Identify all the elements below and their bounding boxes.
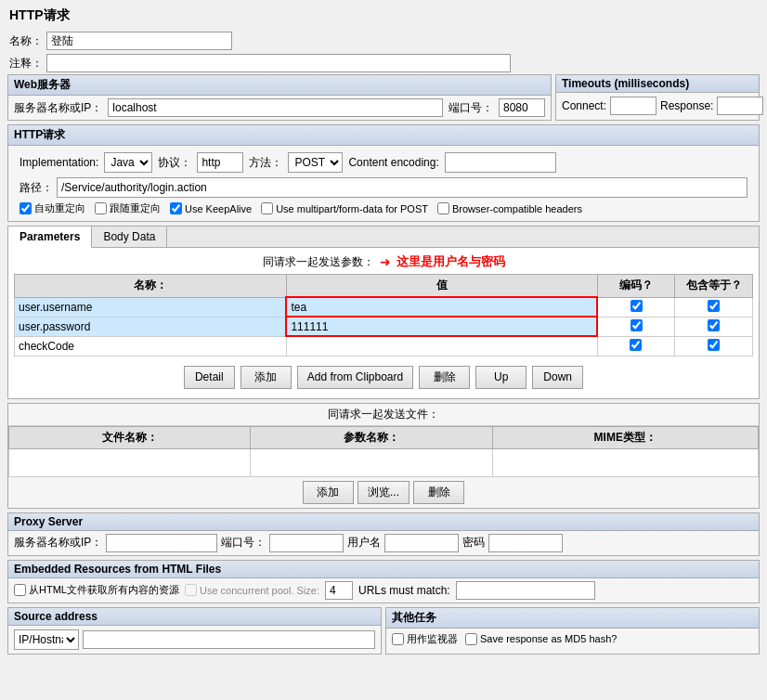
cb-md5[interactable] [465, 633, 477, 645]
param-include-cell[interactable] [675, 317, 753, 336]
name-input[interactable] [46, 32, 232, 50]
table-row: user.password111111 [15, 317, 753, 336]
proxy-port-input[interactable] [269, 534, 344, 552]
params-table: 名称： 值 编码？ 包含等于？ user.usernameteauser.pas… [14, 274, 753, 356]
path-input[interactable] [57, 177, 748, 198]
proxy-user-input[interactable] [384, 534, 459, 552]
col-include-header: 包含等于？ [675, 275, 753, 298]
tab-bar: Parameters Body Data [8, 227, 759, 248]
cb-follow-label: 跟随重定向 [110, 201, 161, 215]
proxy-pwd-input[interactable] [488, 534, 563, 552]
port-input[interactable] [499, 98, 545, 117]
cb-browser[interactable] [437, 202, 449, 214]
cb-multipart-item[interactable]: Use multipart/form-data for POST [261, 202, 428, 214]
other-panel: 其他任务 用作监视器 Save response as MD5 hash? [385, 607, 760, 655]
tab-bodydata[interactable]: Body Data [92, 227, 167, 247]
files-header: 同请求一起发送文件： [8, 404, 759, 426]
param-include-cell[interactable] [675, 297, 753, 317]
comment-input[interactable] [46, 54, 511, 72]
cb-concurrent-label: Use concurrent pool. Size: [200, 585, 319, 596]
add-clipboard-button[interactable]: Add from Clipboard [297, 366, 413, 389]
annotation-text: 这里是用户名与密码 [396, 253, 505, 270]
cb-keepalive[interactable] [170, 202, 182, 214]
param-include-cell[interactable] [675, 336, 753, 356]
cb-embedded-label: 从HTML文件获取所有内容的资源 [29, 583, 179, 597]
proto-label: 协议： [158, 155, 191, 171]
urls-label: URLs must match: [358, 584, 450, 597]
params-send-label: 同请求一起发送参数： [263, 254, 374, 270]
connect-input[interactable] [610, 97, 656, 115]
proxy-body: 服务器名称或IP： 端口号： 用户名 密码 [8, 531, 759, 555]
method-select[interactable]: POST GET [288, 152, 343, 173]
proxy-header: Proxy Server [8, 513, 759, 531]
cb-embedded-item[interactable]: 从HTML文件获取所有内容的资源 [14, 583, 179, 597]
proxy-pwd-label: 密码 [462, 535, 485, 551]
server-timeout-row: Web服务器 服务器名称或IP： 端口号： Timeouts (millisec… [7, 74, 760, 121]
param-value-cell [286, 336, 597, 356]
server-input[interactable] [108, 98, 443, 117]
files-delete-button[interactable]: 删除 [413, 481, 464, 504]
impl-row: Implementation: Java 协议： 方法： POST GET Co… [14, 149, 753, 175]
cb-concurrent[interactable] [185, 584, 197, 596]
files-browse-button[interactable]: 浏览... [358, 481, 410, 504]
connect-label: Connect: [562, 99, 606, 112]
cb-md5-item[interactable]: Save response as MD5 hash? [465, 633, 617, 645]
urls-input[interactable] [456, 581, 595, 600]
path-label: 路径： [20, 180, 53, 196]
timeout-panel: Timeouts (milliseconds) Connect: Respons… [555, 74, 760, 121]
up-button[interactable]: Up [475, 366, 526, 389]
source-input[interactable] [83, 630, 375, 649]
cb-follow-item[interactable]: 跟随重定向 [95, 201, 161, 215]
cb-monitor[interactable] [392, 633, 404, 645]
files-add-button[interactable]: 添加 [303, 481, 354, 504]
name-row: 名称： [4, 30, 763, 52]
tab-container: Parameters Body Data 同请求一起发送参数： ➜ 这里是用户名… [7, 226, 760, 399]
cb-browser-item[interactable]: Browser-compatible headers [437, 202, 582, 214]
cb-embedded[interactable] [14, 584, 26, 596]
proto-input[interactable] [197, 152, 243, 173]
cb-monitor-item[interactable]: 用作监视器 [392, 632, 458, 646]
params-btn-row: Detail 添加 Add from Clipboard 删除 Up Down [14, 362, 753, 393]
cb-redirect[interactable] [20, 202, 32, 214]
http-section-header: HTTP请求 [8, 125, 759, 146]
params-send-header: 同请求一起发送参数： ➜ 这里是用户名与密码 [14, 253, 753, 270]
cb-redirect-label: 自动重定向 [34, 201, 85, 215]
proxy-server-input[interactable] [106, 534, 217, 552]
add-button[interactable]: 添加 [240, 366, 292, 389]
checkboxes-row: 自动重定向 跟随重定向 Use KeepAlive Use multipart/… [14, 200, 753, 217]
delete-button[interactable]: 删除 [419, 366, 470, 389]
col-encode-header: 编码？ [597, 275, 675, 298]
pool-size-input[interactable] [325, 581, 353, 600]
other-body: 用作监视器 Save response as MD5 hash? [386, 629, 759, 650]
cb-browser-label: Browser-compatible headers [452, 203, 582, 214]
proxy-server-label: 服务器名称或IP： [14, 535, 102, 551]
impl-select[interactable]: Java [104, 152, 152, 173]
timeout-header: Timeouts (milliseconds) [556, 75, 759, 93]
response-label: Response: [660, 99, 713, 112]
source-type-select[interactable]: IP/Hostname [14, 629, 79, 650]
encoding-input[interactable] [445, 152, 556, 173]
files-btn-row: 添加 浏览... 删除 [8, 477, 759, 508]
cb-redirect-item[interactable]: 自动重定向 [20, 201, 85, 215]
response-input[interactable] [717, 97, 763, 115]
files-table: 文件名称： 参数名称： MIME类型： [8, 426, 759, 477]
down-button[interactable]: Down [532, 366, 583, 389]
tab-parameters[interactable]: Parameters [8, 227, 92, 248]
comment-label: 注释： [9, 56, 43, 71]
cb-multipart-label: Use multipart/form-data for POST [276, 203, 428, 214]
cb-follow[interactable] [95, 202, 107, 214]
param-encode-cell[interactable] [597, 336, 675, 356]
files-section: 同请求一起发送文件： 文件名称： 参数名称： MIME类型： 添加 浏览... [7, 403, 760, 509]
detail-button[interactable]: Detail [184, 366, 235, 389]
cb-keepalive-item[interactable]: Use KeepAlive [170, 202, 252, 214]
param-encode-cell[interactable] [597, 297, 675, 317]
cb-multipart[interactable] [261, 202, 273, 214]
param-encode-cell[interactable] [597, 317, 675, 336]
col-name-header: 名称： [15, 275, 287, 298]
other-header: 其他任务 [386, 608, 759, 629]
col-value-header: 值 [286, 275, 597, 298]
webserver-header: Web服务器 [8, 75, 551, 96]
cb-concurrent-item[interactable]: Use concurrent pool. Size: [185, 584, 319, 596]
port-label: 端口号： [448, 100, 493, 116]
files-col-mime: MIME类型： [492, 426, 758, 448]
